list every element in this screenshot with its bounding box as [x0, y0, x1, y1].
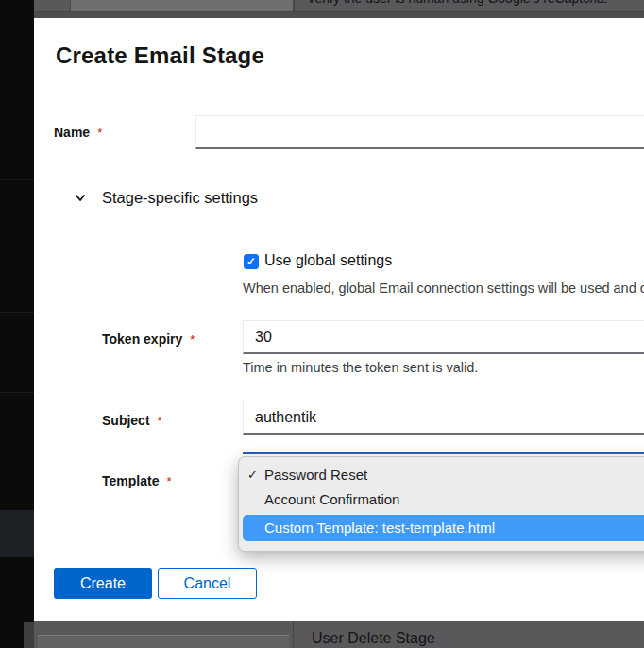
create-button[interactable]: Create: [54, 568, 152, 599]
menu-item-account-confirmation[interactable]: Account Confirmation: [239, 487, 644, 512]
menu-item-label: Custom Template: test-template.html: [264, 520, 495, 536]
table-column-divider: [293, 621, 294, 648]
chevron-down-icon[interactable]: [74, 191, 87, 204]
sidebar-divider: [0, 179, 34, 180]
dimmed-page-top: Verify the user is human using Google's …: [34, 0, 644, 18]
screenshot-root: Verify the user is human using Google's …: [0, 0, 644, 648]
name-input[interactable]: [195, 115, 644, 149]
dimmed-page-bottom: User Delete Stage: [34, 621, 644, 648]
required-asterisk: *: [158, 414, 162, 428]
app-sidebar: [0, 0, 34, 648]
required-asterisk: *: [97, 126, 102, 140]
name-field-label: Name*: [54, 125, 102, 140]
sidebar-bottom-shade: [24, 622, 34, 648]
cancel-button[interactable]: Cancel: [158, 568, 257, 599]
background-row-description: Verify the user is human using Google's …: [307, 0, 608, 6]
menu-item-label: Account Confirmation: [264, 491, 399, 507]
use-global-settings-checkbox[interactable]: ✓: [244, 254, 259, 269]
sidebar-divider: [0, 392, 34, 393]
token-expiry-input[interactable]: [243, 320, 644, 354]
subject-label-text: Subject: [102, 413, 150, 428]
menu-item-custom-template[interactable]: Custom Template: test-template.html: [243, 515, 644, 541]
checkmark-icon: ✓: [246, 255, 256, 268]
stage-specific-settings-header[interactable]: Stage-specific settings: [102, 189, 258, 207]
subject-input[interactable]: [243, 401, 644, 435]
template-label-text: Template: [102, 473, 159, 488]
menu-item-password-reset[interactable]: ✓Password Reset: [239, 463, 644, 487]
use-global-settings-helper: When enabled, global Email connection se…: [243, 281, 644, 296]
use-global-settings-label[interactable]: Use global settings: [264, 252, 392, 269]
token-expiry-helper: Time in minutes the token sent is valid.: [243, 360, 478, 375]
name-label-text: Name: [54, 125, 90, 140]
sidebar-active-item[interactable]: [0, 510, 34, 557]
subject-label: Subject*: [102, 413, 162, 428]
background-table-cell: [38, 636, 289, 648]
required-asterisk: *: [190, 333, 195, 347]
create-email-stage-modal: Create Email Stage Name* Stage-specific …: [34, 18, 644, 621]
sidebar-divider: [0, 312, 34, 313]
token-expiry-label-text: Token expiry: [102, 332, 182, 347]
token-expiry-label: Token expiry*: [102, 332, 195, 347]
template-dropdown-menu: ✓Password Reset Account Confirmation Cus…: [238, 456, 644, 552]
background-row-edge: [34, 11, 644, 18]
template-label: Template*: [102, 473, 172, 488]
modal-title: Create Email Stage: [56, 43, 264, 69]
background-row-label: User Delete Stage: [312, 630, 435, 647]
required-asterisk: *: [166, 474, 171, 488]
checkmark-icon: ✓: [247, 463, 258, 487]
menu-item-label: Password Reset: [264, 467, 367, 483]
template-select-focus-edge[interactable]: [243, 452, 644, 454]
